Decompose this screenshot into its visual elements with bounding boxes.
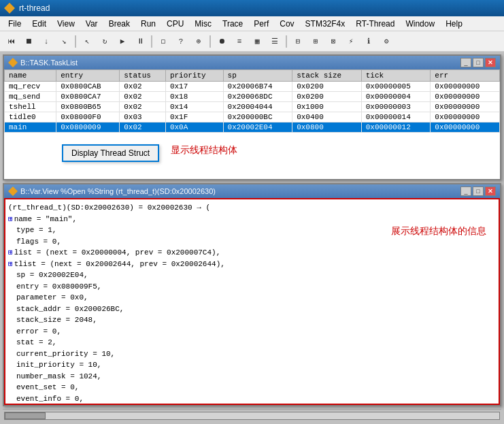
expand-icon-4[interactable]: ⊞ bbox=[8, 248, 13, 257]
menu-item-view[interactable]: View bbox=[52, 18, 80, 30]
task-panel-minimize[interactable]: _ bbox=[460, 58, 471, 67]
toolbar-btn-step-into[interactable]: ↘ bbox=[56, 34, 72, 49]
table-cell-0: mq_recv bbox=[5, 82, 56, 92]
menu-item-cov[interactable]: Cov bbox=[274, 18, 299, 30]
var-line-7: entry = 0x080009F5, bbox=[8, 281, 496, 293]
table-cell-2: 0x03 bbox=[120, 112, 166, 123]
toolbar-btn-go[interactable]: ▶ bbox=[114, 34, 131, 49]
task-table: nameentrystatuspriorityspstack sizeticke… bbox=[4, 69, 500, 133]
table-cell-5: 0x0800 bbox=[292, 123, 362, 133]
task-table-header-row: nameentrystatuspriorityspstack sizeticke… bbox=[5, 70, 500, 82]
toolbar-btn-run-to[interactable]: ↻ bbox=[97, 34, 113, 49]
var-line-4: ⊞list = (next = 0x20000004, prev = 0x200… bbox=[8, 247, 496, 259]
table-cell-3: 0x17 bbox=[165, 82, 223, 92]
toolbar-separator-4 bbox=[75, 35, 76, 48]
table-cell-6: 0x00000004 bbox=[361, 92, 431, 102]
table-cell-1: 0x0800B65 bbox=[56, 102, 120, 112]
horizontal-scrollbar[interactable] bbox=[4, 412, 500, 420]
table-cell-5: 0x1000 bbox=[292, 102, 362, 112]
task-col-sp: sp bbox=[223, 70, 292, 82]
table-row[interactable]: mq_recv0x0800CAB0x020x170x20006B740x0200… bbox=[5, 82, 500, 92]
toolbar-separator-11 bbox=[209, 35, 211, 48]
scrollbar-thumb[interactable] bbox=[5, 412, 46, 419]
table-cell-0: tshell bbox=[5, 102, 56, 112]
task-col-err: err bbox=[431, 70, 500, 82]
table-row[interactable]: main0x08000090x020x0A0x20002E040x08000x0… bbox=[5, 123, 500, 133]
toolbar-btn-cpu3[interactable]: ⊠ bbox=[325, 34, 341, 49]
table-cell-7: 0x00000000 bbox=[431, 92, 500, 102]
table-cell-6: 0x00000012 bbox=[361, 123, 431, 133]
var-panel-maximize[interactable]: □ bbox=[473, 186, 484, 196]
table-cell-7: 0x00000000 bbox=[431, 82, 500, 92]
toolbar-btn-settings[interactable]: ⚙ bbox=[378, 34, 394, 49]
table-row[interactable]: tidle00x08000F00x030x1F0x200000BC0x04000… bbox=[5, 112, 500, 123]
var-line-17: event_info = 0, bbox=[8, 393, 496, 405]
app-title: rt-thread bbox=[19, 3, 50, 13]
table-cell-6: 0x00000005 bbox=[361, 82, 431, 92]
toolbar-btn-regs[interactable]: ☰ bbox=[267, 34, 283, 49]
menu-item-var[interactable]: Var bbox=[80, 18, 103, 30]
task-col-status: status bbox=[120, 70, 166, 82]
menu-item-cpu[interactable]: CPU bbox=[161, 18, 189, 30]
toolbar-btn-mem2[interactable]: ▦ bbox=[249, 34, 265, 49]
toolbar-btn-help[interactable]: ? bbox=[173, 34, 189, 49]
menu-item-file[interactable]: File bbox=[3, 18, 27, 30]
toolbar-btn-cpu1[interactable]: ⊟ bbox=[290, 34, 306, 49]
table-cell-2: 0x02 bbox=[120, 102, 166, 112]
table-row[interactable]: tshell0x0800B650x020x140x200040440x10000… bbox=[5, 102, 500, 112]
toolbar-btn-pause[interactable]: ⏸ bbox=[132, 34, 148, 49]
table-cell-0: main bbox=[5, 123, 56, 133]
toolbar-btn-step-out[interactable]: ↖ bbox=[79, 34, 95, 49]
table-cell-5: 0x0400 bbox=[292, 112, 362, 123]
menu-item-break[interactable]: Break bbox=[103, 18, 135, 30]
task-panel-close[interactable]: ✕ bbox=[485, 58, 496, 67]
menu-bar: FileEditViewVarBreakRunCPUMiscTracePerfC… bbox=[0, 16, 504, 31]
table-cell-0: mq_send bbox=[5, 92, 56, 102]
task-table-header: nameentrystatuspriorityspstack sizeticke… bbox=[5, 70, 500, 82]
task-panel-controls: _ □ ✕ bbox=[460, 58, 496, 67]
menu-item-window[interactable]: Window bbox=[400, 18, 440, 30]
task-col-entry: entry bbox=[56, 70, 120, 82]
toolbar-btn-reset[interactable]: ◻ bbox=[155, 34, 171, 49]
expand-icon-1[interactable]: ⊞ bbox=[8, 215, 13, 223]
toolbar-btn-target[interactable]: ⚡ bbox=[343, 34, 359, 49]
menu-item-stm32f4x[interactable]: STM32F4x bbox=[300, 18, 351, 30]
table-cell-7: 0x00000000 bbox=[431, 123, 500, 133]
table-cell-7: 0x00000000 bbox=[431, 112, 500, 123]
var-line-8: parameter = 0x0, bbox=[8, 292, 496, 304]
toolbar-btn-stop-red[interactable]: ⏺ bbox=[214, 34, 230, 49]
var-line-10: stack_size = 2048, bbox=[8, 314, 496, 326]
menu-item-help[interactable]: Help bbox=[440, 18, 468, 30]
table-cell-3: 0x0A bbox=[165, 123, 223, 133]
app-icon bbox=[4, 3, 15, 14]
toolbar-btn-stop[interactable]: ⏹ bbox=[20, 34, 37, 49]
toolbar-btn-restart[interactable]: ⏮ bbox=[3, 34, 19, 49]
menu-item-trace[interactable]: Trace bbox=[217, 18, 248, 30]
toolbar-btn-mem[interactable]: ≡ bbox=[231, 34, 248, 49]
toolbar-btn-watch[interactable]: ⊕ bbox=[190, 34, 207, 49]
table-cell-0: tidle0 bbox=[5, 112, 56, 123]
var-line-5: ⊞tlist = (next = 0x20002644, prev = 0x20… bbox=[8, 259, 496, 270]
table-cell-1: 0x0800009 bbox=[56, 123, 120, 133]
task-table-body: mq_recv0x0800CAB0x020x170x20006B740x0200… bbox=[5, 82, 500, 133]
menu-item-misc[interactable]: Misc bbox=[189, 18, 217, 30]
menu-item-rt-thread[interactable]: RT-Thread bbox=[350, 18, 400, 30]
task-panel-maximize[interactable]: □ bbox=[473, 58, 484, 67]
table-row[interactable]: mq_send0x0800CA70x020x180x200068DC0x0200… bbox=[5, 92, 500, 102]
toolbar-btn-cpu2[interactable]: ⊞ bbox=[307, 34, 324, 49]
var-panel-minimize[interactable]: _ bbox=[460, 186, 471, 196]
menu-item-edit[interactable]: Edit bbox=[27, 18, 52, 30]
var-panel: B::Var.View %Open %String (rt_thread_t)(… bbox=[3, 183, 501, 406]
var-line-11: error = 0, bbox=[8, 326, 496, 338]
var-panel-close[interactable]: ✕ bbox=[485, 186, 496, 196]
menu-item-run[interactable]: Run bbox=[135, 18, 161, 30]
expand-icon-5[interactable]: ⊞ bbox=[8, 260, 13, 268]
toolbar-btn-step-over[interactable]: ↓ bbox=[38, 34, 54, 49]
menu-item-perf[interactable]: Perf bbox=[248, 18, 274, 30]
bottom-scrollbar-area bbox=[3, 409, 501, 421]
table-cell-6: 0x00000014 bbox=[361, 112, 431, 123]
table-cell-3: 0x18 bbox=[165, 92, 223, 102]
title-bar: rt-thread bbox=[0, 0, 504, 16]
toolbar-btn-info[interactable]: ℹ bbox=[360, 34, 377, 49]
display-thread-struct-button[interactable]: Display Thread Struct bbox=[62, 144, 159, 162]
